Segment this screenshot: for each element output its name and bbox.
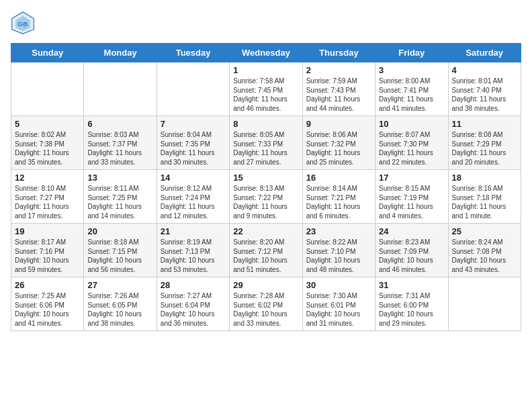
day-number: 28 xyxy=(161,280,226,290)
calendar-cell: 5Sunrise: 8:02 AM Sunset: 7:38 PM Daylig… xyxy=(11,116,84,170)
calendar-table: SundayMondayTuesdayWednesdayThursdayFrid… xyxy=(11,43,521,331)
day-info: Sunrise: 8:15 AM Sunset: 7:19 PM Dayligh… xyxy=(379,184,444,220)
weekday-thursday: Thursday xyxy=(302,44,375,62)
weekday-monday: Monday xyxy=(84,44,157,62)
day-number: 27 xyxy=(87,280,152,290)
calendar-cell: 11Sunrise: 8:08 AM Sunset: 7:29 PM Dayli… xyxy=(448,116,521,170)
calendar-cell xyxy=(84,62,157,116)
day-info: Sunrise: 8:04 AM Sunset: 7:35 PM Dayligh… xyxy=(161,130,226,167)
day-number: 24 xyxy=(379,226,444,236)
weekday-sunday: Sunday xyxy=(11,44,84,62)
weekday-friday: Friday xyxy=(375,44,448,62)
page-header: GB xyxy=(11,11,521,35)
day-info: Sunrise: 7:58 AM Sunset: 7:45 PM Dayligh… xyxy=(233,77,298,113)
day-info: Sunrise: 8:22 AM Sunset: 7:10 PM Dayligh… xyxy=(306,238,371,274)
day-info: Sunrise: 8:03 AM Sunset: 7:37 PM Dayligh… xyxy=(87,130,152,167)
logo-icon: GB xyxy=(11,11,35,35)
day-info: Sunrise: 8:07 AM Sunset: 7:30 PM Dayligh… xyxy=(379,130,444,167)
calendar-cell: 1Sunrise: 7:58 AM Sunset: 7:45 PM Daylig… xyxy=(230,62,302,116)
day-info: Sunrise: 8:20 AM Sunset: 7:12 PM Dayligh… xyxy=(233,238,298,274)
calendar-cell: 31Sunrise: 7:31 AM Sunset: 6:00 PM Dayli… xyxy=(375,277,448,331)
calendar-cell: 4Sunrise: 8:01 AM Sunset: 7:40 PM Daylig… xyxy=(448,62,521,116)
calendar-cell xyxy=(157,62,229,116)
weekday-saturday: Saturday xyxy=(448,44,521,62)
day-number: 18 xyxy=(452,173,517,183)
day-info: Sunrise: 7:31 AM Sunset: 6:00 PM Dayligh… xyxy=(379,291,444,328)
day-info: Sunrise: 7:25 AM Sunset: 6:06 PM Dayligh… xyxy=(15,291,80,328)
calendar-week-3: 12Sunrise: 8:10 AM Sunset: 7:27 PM Dayli… xyxy=(11,170,521,224)
calendar-week-4: 19Sunrise: 8:17 AM Sunset: 7:16 PM Dayli… xyxy=(11,224,521,277)
weekday-tuesday: Tuesday xyxy=(157,44,229,62)
day-info: Sunrise: 8:24 AM Sunset: 7:08 PM Dayligh… xyxy=(452,238,517,274)
day-info: Sunrise: 8:05 AM Sunset: 7:33 PM Dayligh… xyxy=(233,130,298,167)
calendar-week-1: 1Sunrise: 7:58 AM Sunset: 7:45 PM Daylig… xyxy=(11,62,521,116)
day-info: Sunrise: 7:59 AM Sunset: 7:43 PM Dayligh… xyxy=(306,77,371,113)
day-info: Sunrise: 8:11 AM Sunset: 7:25 PM Dayligh… xyxy=(87,184,152,220)
weekday-wednesday: Wednesday xyxy=(230,44,302,62)
day-info: Sunrise: 8:06 AM Sunset: 7:32 PM Dayligh… xyxy=(306,130,371,167)
day-info: Sunrise: 8:02 AM Sunset: 7:38 PM Dayligh… xyxy=(15,130,80,167)
day-number: 20 xyxy=(87,226,152,236)
calendar-week-5: 26Sunrise: 7:25 AM Sunset: 6:06 PM Dayli… xyxy=(11,277,521,331)
calendar-cell: 28Sunrise: 7:27 AM Sunset: 6:04 PM Dayli… xyxy=(157,277,229,331)
calendar-cell: 17Sunrise: 8:15 AM Sunset: 7:19 PM Dayli… xyxy=(375,170,448,224)
day-number: 31 xyxy=(379,280,444,290)
day-info: Sunrise: 8:01 AM Sunset: 7:40 PM Dayligh… xyxy=(452,77,517,113)
calendar-cell: 10Sunrise: 8:07 AM Sunset: 7:30 PM Dayli… xyxy=(375,116,448,170)
calendar-cell: 9Sunrise: 8:06 AM Sunset: 7:32 PM Daylig… xyxy=(302,116,375,170)
calendar-cell: 15Sunrise: 8:13 AM Sunset: 7:22 PM Dayli… xyxy=(230,170,302,224)
day-info: Sunrise: 7:30 AM Sunset: 6:01 PM Dayligh… xyxy=(306,291,371,328)
calendar-cell: 21Sunrise: 8:19 AM Sunset: 7:13 PM Dayli… xyxy=(157,224,229,277)
day-number: 11 xyxy=(452,119,517,129)
calendar-cell: 19Sunrise: 8:17 AM Sunset: 7:16 PM Dayli… xyxy=(11,224,84,277)
calendar-cell xyxy=(448,277,521,331)
calendar-cell: 12Sunrise: 8:10 AM Sunset: 7:27 PM Dayli… xyxy=(11,170,84,224)
day-number: 23 xyxy=(306,226,371,236)
calendar-cell: 23Sunrise: 8:22 AM Sunset: 7:10 PM Dayli… xyxy=(302,224,375,277)
day-number: 10 xyxy=(379,119,444,129)
day-number: 22 xyxy=(233,226,298,236)
day-info: Sunrise: 8:19 AM Sunset: 7:13 PM Dayligh… xyxy=(161,238,226,274)
calendar-cell: 22Sunrise: 8:20 AM Sunset: 7:12 PM Dayli… xyxy=(230,224,302,277)
calendar-cell: 18Sunrise: 8:16 AM Sunset: 7:18 PM Dayli… xyxy=(448,170,521,224)
calendar-cell: 8Sunrise: 8:05 AM Sunset: 7:33 PM Daylig… xyxy=(230,116,302,170)
day-info: Sunrise: 8:08 AM Sunset: 7:29 PM Dayligh… xyxy=(452,130,517,167)
calendar-cell xyxy=(11,62,84,116)
calendar-cell: 6Sunrise: 8:03 AM Sunset: 7:37 PM Daylig… xyxy=(84,116,157,170)
calendar-cell: 14Sunrise: 8:12 AM Sunset: 7:24 PM Dayli… xyxy=(157,170,229,224)
day-number: 2 xyxy=(306,65,371,75)
day-info: Sunrise: 7:26 AM Sunset: 6:05 PM Dayligh… xyxy=(87,291,152,328)
day-info: Sunrise: 8:10 AM Sunset: 7:27 PM Dayligh… xyxy=(15,184,80,220)
day-number: 19 xyxy=(15,226,80,236)
day-info: Sunrise: 7:28 AM Sunset: 6:02 PM Dayligh… xyxy=(233,291,298,328)
day-info: Sunrise: 8:00 AM Sunset: 7:41 PM Dayligh… xyxy=(379,77,444,113)
calendar-cell: 27Sunrise: 7:26 AM Sunset: 6:05 PM Dayli… xyxy=(84,277,157,331)
calendar-cell: 13Sunrise: 8:11 AM Sunset: 7:25 PM Dayli… xyxy=(84,170,157,224)
day-number: 9 xyxy=(306,119,371,129)
day-number: 26 xyxy=(15,280,80,290)
calendar-cell: 24Sunrise: 8:23 AM Sunset: 7:09 PM Dayli… xyxy=(375,224,448,277)
day-number: 12 xyxy=(15,173,80,183)
day-number: 7 xyxy=(161,119,226,129)
calendar-cell: 7Sunrise: 8:04 AM Sunset: 7:35 PM Daylig… xyxy=(157,116,229,170)
day-number: 5 xyxy=(15,119,80,129)
calendar-cell: 26Sunrise: 7:25 AM Sunset: 6:06 PM Dayli… xyxy=(11,277,84,331)
day-number: 4 xyxy=(452,65,517,75)
day-info: Sunrise: 8:17 AM Sunset: 7:16 PM Dayligh… xyxy=(15,238,80,274)
day-number: 17 xyxy=(379,173,444,183)
day-number: 14 xyxy=(161,173,226,183)
day-number: 6 xyxy=(87,119,152,129)
day-number: 15 xyxy=(233,173,298,183)
calendar-cell: 20Sunrise: 8:18 AM Sunset: 7:15 PM Dayli… xyxy=(84,224,157,277)
day-number: 29 xyxy=(233,280,298,290)
day-number: 13 xyxy=(87,173,152,183)
day-number: 3 xyxy=(379,65,444,75)
weekday-header-row: SundayMondayTuesdayWednesdayThursdayFrid… xyxy=(11,44,521,62)
day-number: 30 xyxy=(306,280,371,290)
calendar-cell: 25Sunrise: 8:24 AM Sunset: 7:08 PM Dayli… xyxy=(448,224,521,277)
calendar-cell: 29Sunrise: 7:28 AM Sunset: 6:02 PM Dayli… xyxy=(230,277,302,331)
day-number: 25 xyxy=(452,226,517,236)
day-number: 8 xyxy=(233,119,298,129)
calendar-cell: 16Sunrise: 8:14 AM Sunset: 7:21 PM Dayli… xyxy=(302,170,375,224)
calendar-cell: 2Sunrise: 7:59 AM Sunset: 7:43 PM Daylig… xyxy=(302,62,375,116)
